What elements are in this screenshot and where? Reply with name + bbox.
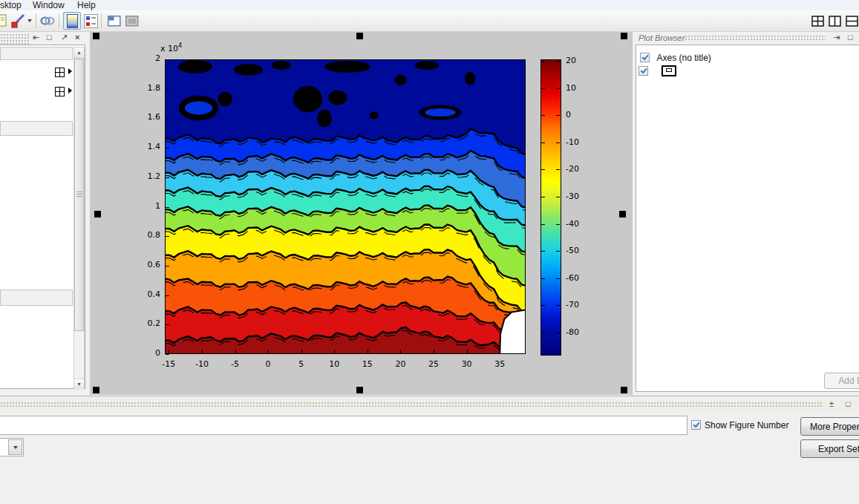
contour-plot-thumbnail-icon[interactable] [662, 65, 676, 76]
selection-handle[interactable] [93, 387, 99, 393]
pin-icon[interactable]: ⇥ [833, 32, 840, 43]
x-tick-label: 0 [258, 359, 278, 369]
subplot-3d-expand-icon[interactable] [68, 88, 72, 94]
menu-desktop[interactable]: sktop [0, 0, 22, 10]
axes-visible-checkbox[interactable] [640, 53, 650, 62]
plot-visible-checkbox[interactable] [638, 66, 648, 76]
y-tick-label: 0.4 [134, 289, 160, 299]
brush-dropdown-arrow[interactable] [25, 12, 34, 30]
palette-scrollbar[interactable]: ▲ ▼ [74, 47, 85, 389]
restore-icon[interactable]: □ [846, 399, 851, 410]
axes-item-label: Axes (no title) [656, 53, 711, 63]
colorbar-tick-label: -10 [566, 137, 579, 147]
y-tick-label: 1.4 [134, 142, 160, 151]
figure-canvas[interactable]: x 104 -15-10-50510152025303500.20.40.60.… [90, 32, 633, 395]
selection-handle[interactable] [621, 387, 627, 393]
colorbar-tick-mark [556, 278, 560, 279]
colorbar-tick-mark [541, 278, 545, 279]
colorbar-tick-label: -50 [566, 246, 579, 255]
restore-icon[interactable]: □ [47, 32, 52, 43]
x-tick-mark [368, 350, 368, 353]
menu-bar: sktop Window Help [0, 0, 859, 10]
restore-icon[interactable]: □ [848, 32, 853, 43]
x-tick-label: -15 [158, 359, 179, 369]
y-tick-mark [166, 354, 169, 355]
plot-browser-item-plot[interactable] [638, 64, 676, 77]
colorbar-tick-mark [541, 88, 545, 89]
y-tick-label: 2 [134, 53, 160, 63]
clipped-doc-icon[interactable] [0, 12, 7, 30]
colorbar-tick-label: 10 [566, 83, 576, 93]
selection-handle[interactable] [621, 33, 627, 39]
toolbar [0, 10, 859, 32]
palette-section-header[interactable] [0, 289, 73, 306]
palette-section-header[interactable] [0, 121, 73, 136]
show-figure-number-checkbox[interactable] [691, 420, 701, 430]
x-tick-label: 35 [489, 359, 510, 369]
y-tick-mark [166, 59, 169, 60]
matlab-figure-tools-window: sktop Window Help [0, 0, 859, 504]
dock-icon[interactable]: ± [829, 399, 834, 410]
colorbar-tick-mark [556, 61, 560, 62]
new-subplot-3d-button[interactable] [55, 86, 65, 99]
more-properties-button[interactable]: More Proper [800, 417, 859, 436]
colorbar-tick-mark [541, 143, 545, 143]
x-tick-mark [434, 350, 434, 353]
plot-browser-item-axes[interactable]: Axes (no title) [640, 50, 711, 64]
menu-window[interactable]: Window [33, 0, 65, 10]
menu-help[interactable]: Help [77, 0, 96, 10]
selection-handle[interactable] [619, 211, 626, 217]
figure-palette-gripper[interactable] [0, 33, 30, 45]
undock-icon[interactable]: ↗ [61, 32, 68, 43]
layout-split-horizontal-icon[interactable] [843, 12, 859, 30]
new-subplot-2d-button[interactable] [55, 67, 65, 80]
figure-palette-panel: ⇤ □ ↗ × ▲ ▼ [0, 32, 87, 395]
combobox-arrow-icon[interactable] [8, 439, 22, 455]
y-tick-label: 0.8 [134, 230, 160, 240]
colorbar-tick-mark [541, 305, 545, 306]
colorbar-tick-mark [541, 251, 545, 252]
close-icon[interactable]: × [75, 32, 79, 43]
insert-colorbar-icon[interactable] [105, 12, 123, 30]
subplot-2d-expand-icon[interactable] [68, 68, 72, 74]
property-editor-titlebar: ± □ [0, 396, 859, 413]
scroll-down-icon[interactable]: ▼ [74, 379, 84, 390]
selection-handle[interactable] [93, 33, 99, 39]
x-tick-mark [169, 350, 169, 353]
selection-handle[interactable] [356, 33, 363, 39]
layout-split-vertical-icon[interactable] [826, 12, 843, 30]
brush-tool-button[interactable] [9, 12, 27, 30]
scroll-up-icon[interactable]: ▲ [74, 48, 84, 59]
y-axis-exponent-label: x 104 [160, 42, 182, 53]
scrollbar-thumb[interactable] [74, 59, 84, 331]
figure-name-input[interactable] [0, 416, 687, 435]
plot-browser-panel: Plot Browser ⇥ □ Axes (no title) Add D [636, 32, 859, 395]
contour-plot[interactable] [165, 59, 526, 354]
property-editor-gripper[interactable] [0, 402, 823, 408]
colormap-button[interactable] [63, 12, 81, 30]
selection-handle[interactable] [94, 211, 101, 217]
colorbar-tick-mark [541, 333, 545, 333]
plot-browser-gripper[interactable] [685, 35, 826, 42]
y-tick-mark [166, 148, 169, 148]
legend-edit-icon[interactable] [82, 12, 99, 30]
selection-handle[interactable] [356, 387, 363, 393]
plot-browser-title: Plot Browser [638, 33, 685, 45]
x-tick-mark [467, 350, 468, 353]
colorbar[interactable] [540, 59, 561, 356]
layout-grid-2x2-icon[interactable] [809, 12, 826, 30]
y-tick-mark [166, 236, 169, 237]
colorbar-tick-label: 20 [566, 56, 576, 65]
colorbar-tick-mark [556, 333, 560, 333]
x-tick-label: -10 [192, 359, 212, 369]
colorbar-tick-label: -40 [566, 219, 579, 229]
colorbar-tick-mark [541, 224, 545, 225]
link-plots-icon[interactable] [39, 12, 56, 30]
y-tick-label: 1 [134, 201, 160, 211]
colorbar-tick-mark [556, 251, 560, 252]
colormap-combobox[interactable] [0, 438, 24, 456]
palette-section-header[interactable] [0, 47, 73, 60]
y-tick-label: 0.6 [134, 260, 160, 269]
dock-left-icon[interactable]: ⇤ [33, 32, 39, 43]
export-setup-button[interactable]: Export Setu [800, 439, 859, 458]
